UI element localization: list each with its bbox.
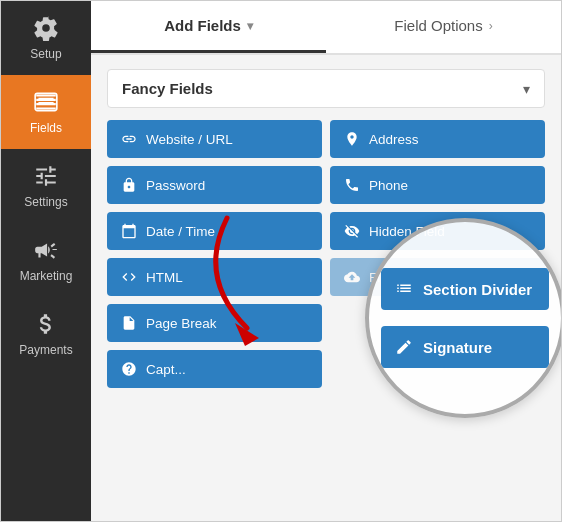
field-btn-captcha[interactable]: Capt... [107,350,322,388]
sliders-icon [33,163,59,189]
sidebar-setup-label: Setup [30,47,61,61]
phone-icon [344,177,360,193]
sidebar-settings-label: Settings [24,195,67,209]
field-btn-phone-label: Phone [369,178,408,193]
sidebar-item-fields[interactable]: Fields [1,75,91,149]
field-options-chevron: › [489,19,493,33]
field-btn-date-time[interactable]: Date / Time [107,212,322,250]
dollar-icon [33,311,59,337]
field-btn-page-break-label: Page Break [146,316,217,331]
section-divider-icon [395,280,413,298]
sidebar-item-setup[interactable]: Setup [1,1,91,75]
add-fields-tab-label: Add Fields [164,17,241,34]
tab-add-fields[interactable]: Add Fields ▾ [91,1,326,53]
fields-area: Fancy Fields ▾ Website / URL Address [91,55,561,521]
field-btn-password[interactable]: Password [107,166,322,204]
tab-field-options[interactable]: Field Options › [326,1,561,53]
signature-icon [395,338,413,356]
sidebar-marketing-label: Marketing [20,269,73,283]
section-title: Fancy Fields [122,80,213,97]
sidebar-item-settings[interactable]: Settings [1,149,91,223]
field-btn-html-label: HTML [146,270,183,285]
fields-grid-container: Website / URL Address Password [107,120,545,388]
zoom-signature: Signature [381,326,549,368]
section-header[interactable]: Fancy Fields ▾ [107,69,545,108]
main-panel: Add Fields ▾ Field Options › Fancy Field… [91,1,561,521]
page-icon [121,315,137,331]
field-btn-page-break[interactable]: Page Break [107,304,322,342]
add-fields-chevron: ▾ [247,19,253,33]
sidebar-item-payments[interactable]: Payments [1,297,91,371]
zoom-circle-overlay: Section Divider Signature [365,218,561,418]
tab-header: Add Fields ▾ Field Options › [91,1,561,55]
fields-icon [33,89,59,115]
upload-icon [344,269,360,285]
field-btn-address[interactable]: Address [330,120,545,158]
link-icon [121,131,137,147]
lock-icon [121,177,137,193]
code-icon [121,269,137,285]
sidebar: Setup Fields Settings Marketing Payments [1,1,91,521]
pin-icon [344,131,360,147]
field-options-tab-label: Field Options [394,17,482,34]
field-btn-html[interactable]: HTML [107,258,322,296]
zoom-section-divider: Section Divider [381,268,549,310]
field-btn-address-label: Address [369,132,419,147]
sidebar-fields-label: Fields [30,121,62,135]
question-icon [121,361,137,377]
field-btn-date-time-label: Date / Time [146,224,215,239]
field-btn-website-url-label: Website / URL [146,132,233,147]
field-btn-phone[interactable]: Phone [330,166,545,204]
field-btn-website-url[interactable]: Website / URL [107,120,322,158]
gear-icon [33,15,59,41]
field-btn-password-label: Password [146,178,205,193]
sidebar-item-marketing[interactable]: Marketing [1,223,91,297]
sidebar-payments-label: Payments [19,343,72,357]
calendar-icon [121,223,137,239]
field-btn-captcha-label: Capt... [146,362,186,377]
eye-slash-icon [344,223,360,239]
megaphone-icon [33,237,59,263]
section-chevron: ▾ [523,81,530,97]
